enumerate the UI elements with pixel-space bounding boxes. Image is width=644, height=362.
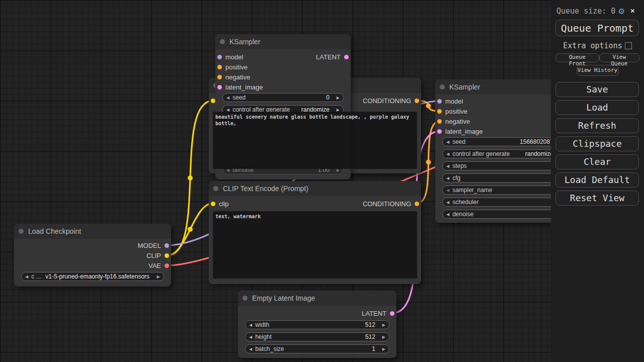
extra-options-checkbox[interactable]	[625, 42, 632, 49]
output-dot-CLIP[interactable]	[165, 253, 169, 258]
decrement-arrow-icon[interactable]: ◀	[446, 212, 449, 217]
node-header-clip-text-encode-2[interactable]: CLIP Text Encode (Prompt)	[209, 181, 421, 196]
decrement-arrow-icon[interactable]: ◀	[249, 323, 252, 327]
output-dot-LATENT[interactable]	[390, 311, 394, 316]
load-default-button[interactable]: Load Default	[555, 172, 639, 188]
output-dot-LATENT[interactable]	[344, 55, 349, 59]
positive-prompt-text[interactable]: beautiful scenery nature glass bottle la…	[213, 112, 417, 169]
input-dot-negative[interactable]	[437, 119, 442, 124]
input-dot-model[interactable]	[437, 99, 442, 104]
output-port-CLIP[interactable]: CLIP	[143, 252, 169, 259]
widget-denoise[interactable]: ◀denoise▶	[442, 210, 568, 219]
queue-prompt-button[interactable]: Queue Prompt	[555, 20, 639, 36]
widget-value[interactable]: randomize	[525, 150, 553, 157]
decrement-arrow-icon[interactable]: ◀	[249, 335, 252, 339]
close-icon[interactable]: ✕	[630, 7, 635, 15]
node-empty-latent-image[interactable]: Empty Latent ImageLATENT◀width512▶◀heigh…	[238, 291, 396, 358]
decrement-arrow-icon[interactable]: ◀	[446, 176, 449, 180]
node-header-load-checkpoint[interactable]: Load Checkpoint	[14, 224, 171, 239]
decrement-arrow-icon[interactable]: ◀	[446, 152, 449, 156]
output-dot-CONDITIONING[interactable]	[415, 99, 419, 103]
input-port-negative[interactable]: negative	[217, 73, 254, 80]
input-dot-clip[interactable]	[211, 202, 215, 206]
increment-arrow-icon[interactable]: ▶	[157, 275, 160, 279]
widget-seed[interactable]: ◀seed1566802087▶	[442, 137, 568, 146]
decrement-arrow-icon[interactable]: ◀	[446, 140, 449, 144]
input-dot-latent_image[interactable]	[217, 85, 222, 89]
decrement-arrow-icon[interactable]: ◀	[25, 275, 28, 279]
output-dot-VAE[interactable]	[165, 263, 169, 268]
input-dot-latent_image[interactable]	[437, 129, 442, 134]
input-port-positive[interactable]: positive	[217, 63, 251, 70]
increment-arrow-icon[interactable]: ▶	[337, 96, 340, 100]
output-port-CONDITIONING[interactable]: CONDITIONING	[359, 200, 419, 207]
widget-width[interactable]: ◀width512▶	[245, 320, 389, 329]
save-button[interactable]: Save	[555, 82, 639, 97]
increment-arrow-icon[interactable]: ▶	[382, 323, 385, 327]
input-port-model[interactable]: model	[217, 53, 247, 60]
refresh-button[interactable]: Refresh	[555, 118, 639, 133]
input-port-model[interactable]: model	[437, 98, 466, 105]
input-port-latent_image[interactable]: latent_image	[437, 128, 486, 135]
input-port-positive[interactable]: positive	[437, 108, 471, 115]
output-port-LATENT[interactable]: LATENT	[358, 310, 394, 317]
clear-button[interactable]: Clear	[555, 154, 639, 169]
collapse-dot-icon[interactable]	[220, 39, 225, 44]
link-midpoint-dot[interactable]	[188, 175, 193, 180]
widget-control-after-generate[interactable]: ◀control after generaterandomize▶	[442, 149, 568, 158]
output-port-VAE[interactable]: VAE	[145, 262, 169, 269]
decrement-arrow-icon[interactable]: ◀	[446, 164, 449, 168]
widget-value[interactable]: 1	[372, 345, 375, 352]
reset-view-button[interactable]: Reset View	[555, 191, 639, 206]
node-header-ksampler-1[interactable]: KSampler	[215, 34, 351, 49]
node-load-checkpoint[interactable]: Load CheckpointMODELCLIPVAE◀c ...v1-5-pr…	[14, 224, 171, 287]
decrement-arrow-icon[interactable]: ◀	[446, 188, 449, 193]
load-button[interactable]: Load	[555, 100, 639, 115]
link-midpoint-dot[interactable]	[426, 160, 431, 165]
output-dot-MODEL[interactable]	[165, 243, 169, 248]
input-dot-negative[interactable]	[217, 75, 222, 79]
widget-value[interactable]: 0	[326, 94, 330, 101]
widget-c-[interactable]: ◀c ...v1-5-pruned-emaonly-fp16.safetenso…	[21, 272, 164, 281]
view-history-button[interactable]: View History	[577, 65, 619, 76]
input-dot-model[interactable]	[217, 55, 222, 59]
link-midpoint-dot[interactable]	[426, 104, 431, 109]
input-port-clip[interactable]: clip	[211, 200, 232, 207]
widget-scheduler[interactable]: ◀scheduler▶	[442, 198, 568, 207]
clipspace-button[interactable]: Clipspace	[555, 136, 639, 151]
input-dot-clip[interactable]	[211, 99, 215, 103]
widget-value[interactable]: 1566802087	[520, 138, 553, 145]
output-dot-CONDITIONING[interactable]	[415, 202, 419, 206]
input-dot-positive[interactable]	[217, 65, 222, 69]
settings-gear-icon[interactable]: ⚙	[618, 6, 624, 16]
increment-arrow-icon[interactable]: ▶	[382, 347, 385, 351]
collapse-dot-icon[interactable]	[243, 296, 248, 301]
link-midpoint-dot[interactable]	[188, 227, 193, 232]
widget-value[interactable]: 512	[365, 333, 375, 340]
widget-sampler-name[interactable]: ◀sampler_name▶	[442, 186, 568, 195]
negative-prompt-text[interactable]: text, watermark	[213, 211, 417, 279]
output-port-LATENT[interactable]: LATENT	[312, 53, 349, 60]
input-dot-positive[interactable]	[437, 109, 442, 114]
widget-value[interactable]: 512	[365, 321, 375, 328]
widget-cfg[interactable]: ◀cfg▶	[442, 173, 568, 183]
widget-steps[interactable]: ◀steps▶	[442, 161, 568, 170]
queue-front-button[interactable]: Queue Front	[555, 53, 599, 62]
decrement-arrow-icon[interactable]: ◀	[226, 96, 229, 100]
widget-seed[interactable]: ◀seed0▶	[222, 93, 344, 102]
widget-value[interactable]: v1-5-pruned-emaonly-fp16.safetensors	[45, 273, 149, 280]
widget-height[interactable]: ◀height512▶	[245, 332, 389, 341]
output-port-MODEL[interactable]: MODEL	[134, 242, 169, 249]
input-port-latent_image[interactable]: latent_image	[217, 83, 266, 90]
node-header-empty-latent-image[interactable]: Empty Latent Image	[238, 291, 396, 306]
collapse-dot-icon[interactable]	[440, 84, 445, 89]
view-queue-button[interactable]: View Queue	[599, 53, 639, 62]
decrement-arrow-icon[interactable]: ◀	[249, 347, 252, 351]
increment-arrow-icon[interactable]: ▶	[382, 335, 385, 339]
input-port-negative[interactable]: negative	[437, 118, 473, 125]
decrement-arrow-icon[interactable]: ◀	[446, 200, 449, 205]
collapse-dot-icon[interactable]	[213, 186, 218, 191]
collapse-dot-icon[interactable]	[19, 229, 24, 234]
output-port-CONDITIONING[interactable]: CONDITIONING	[359, 97, 419, 104]
widget-batch-size[interactable]: ◀batch_size1▶	[245, 344, 389, 353]
